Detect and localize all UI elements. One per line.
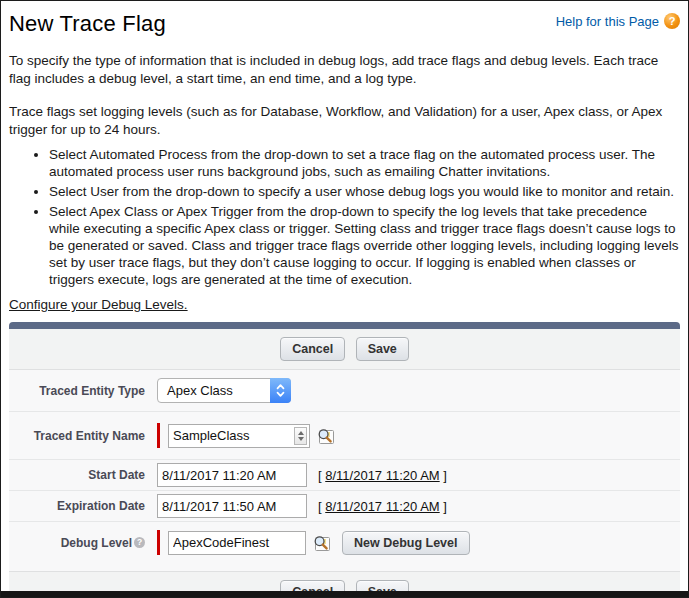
- select-chevrons-icon: [270, 378, 291, 403]
- debug-level-label-text: Debug Level: [61, 536, 132, 550]
- expiration-date-now-link[interactable]: 8/11/2017 11:20 AM: [325, 499, 439, 514]
- combobox-stepper-icon[interactable]: [294, 427, 307, 445]
- save-button[interactable]: Save: [356, 337, 409, 361]
- traced-entity-type-select[interactable]: Apex Class: [157, 378, 291, 403]
- top-button-bar: Cancel Save: [9, 329, 680, 370]
- page-content: New Trace Flag Help for this Page ? To s…: [1, 1, 688, 598]
- debug-level-help-icon[interactable]: ?: [134, 537, 145, 548]
- usage-notes-list: Select Automated Process from the drop-d…: [25, 146, 680, 288]
- traced-entity-name-label: Traced Entity Name: [19, 429, 145, 443]
- traced-entity-name-row: Traced Entity Name: [9, 412, 680, 460]
- start-date-label: Start Date: [19, 468, 145, 482]
- debug-level-lookup-icon[interactable]: [311, 533, 331, 552]
- expiration-date-input[interactable]: [157, 494, 307, 518]
- selected-entity-type: Apex Class: [167, 383, 233, 398]
- trace-flag-form: Cancel Save Traced Entity Type Apex Clas…: [9, 322, 680, 598]
- new-debug-level-button[interactable]: New Debug Level: [342, 531, 470, 555]
- cancel-button[interactable]: Cancel: [280, 337, 345, 361]
- intro-paragraph-1: To specify the type of information that …: [9, 52, 680, 88]
- configure-debug-levels-link[interactable]: Configure your Debug Levels.: [9, 297, 188, 312]
- traced-entity-name-lookup-icon[interactable]: [315, 426, 335, 445]
- bracket-close: ]: [440, 468, 447, 483]
- traced-entity-name-input[interactable]: [168, 424, 310, 448]
- list-item: Select User from the drop-down to specif…: [49, 183, 680, 200]
- bracket-close: ]: [440, 499, 447, 514]
- traced-entity-type-row: Traced Entity Type Apex Class: [9, 370, 680, 412]
- expiration-date-now-shortcut: [ 8/11/2017 11:20 AM ]: [318, 499, 447, 514]
- required-field-bar: [157, 423, 160, 448]
- start-date-now-link[interactable]: 8/11/2017 11:20 AM: [325, 468, 439, 483]
- expiration-date-row: Expiration Date [ 8/11/2017 11:20 AM ]: [9, 491, 680, 522]
- debug-level-label: Debug Level?: [19, 536, 145, 550]
- panel-header-bar: [9, 322, 680, 329]
- help-for-this-page-link[interactable]: Help for this Page ?: [556, 13, 680, 29]
- required-field-bar: [157, 530, 160, 555]
- list-item: Select Apex Class or Apex Trigger from t…: [49, 203, 680, 288]
- help-icon[interactable]: ?: [664, 13, 680, 29]
- traced-entity-type-label: Traced Entity Type: [19, 384, 145, 398]
- new-trace-flag-page: New Trace Flag Help for this Page ? To s…: [0, 0, 689, 598]
- page-header: New Trace Flag Help for this Page ?: [9, 5, 680, 37]
- debug-level-input[interactable]: [168, 531, 306, 555]
- bottom-window-edge: [1, 591, 688, 597]
- start-date-now-shortcut: [ 8/11/2017 11:20 AM ]: [318, 468, 447, 483]
- start-date-row: Start Date [ 8/11/2017 11:20 AM ]: [9, 460, 680, 491]
- form-body: Traced Entity Type Apex Class: [9, 370, 680, 571]
- intro-paragraph-2: Trace flags set logging levels (such as …: [9, 103, 680, 139]
- page-title: New Trace Flag: [9, 11, 166, 37]
- help-link-label: Help for this Page: [556, 14, 659, 29]
- debug-level-row: Debug Level? New Debug Leve: [9, 522, 680, 563]
- expiration-date-label: Expiration Date: [19, 499, 145, 513]
- list-item: Select Automated Process from the drop-d…: [49, 146, 680, 180]
- start-date-input[interactable]: [157, 463, 307, 487]
